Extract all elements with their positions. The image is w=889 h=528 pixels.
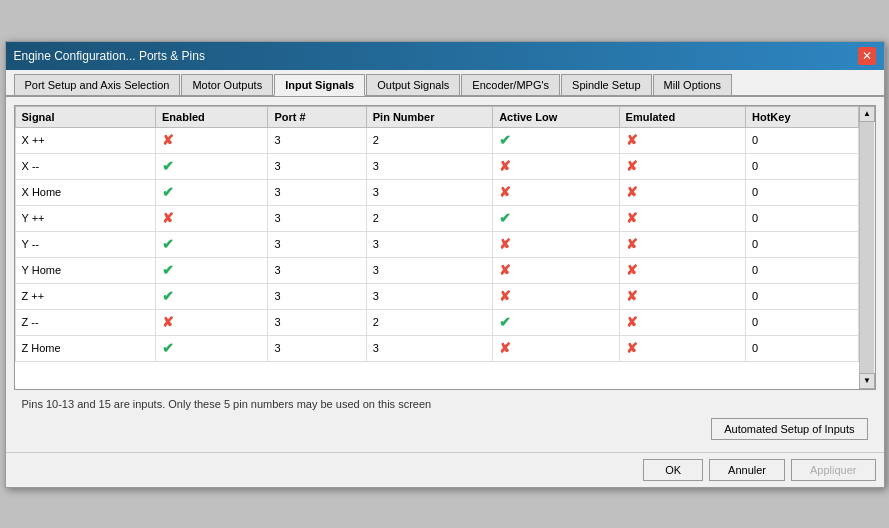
col-header-enabled: Enabled [156, 106, 268, 127]
cell-pin: 3 [366, 257, 492, 283]
col-header-pin: Pin Number [366, 106, 492, 127]
cell-pin: 3 [366, 153, 492, 179]
check-icon: ✔ [162, 158, 174, 174]
cell-signal: Z ++ [15, 283, 156, 309]
cell-emulated[interactable]: ✘ [619, 257, 745, 283]
table-row[interactable]: Z -- ✘ 3 2 ✔ ✘ 0 [15, 309, 858, 335]
cell-active-low[interactable]: ✘ [493, 179, 619, 205]
cell-enabled[interactable]: ✘ [156, 309, 268, 335]
cross-icon: ✘ [499, 288, 511, 304]
tab-mill-options[interactable]: Mill Options [653, 74, 732, 95]
cell-signal: Z Home [15, 335, 156, 361]
cell-active-low[interactable]: ✘ [493, 257, 619, 283]
cell-enabled[interactable]: ✔ [156, 335, 268, 361]
cell-port: 3 [268, 153, 366, 179]
table-row[interactable]: Y ++ ✘ 3 2 ✔ ✘ 0 [15, 205, 858, 231]
cross-icon: ✘ [499, 340, 511, 356]
window-title: Engine Configuration... Ports & Pins [14, 49, 205, 63]
cell-active-low[interactable]: ✔ [493, 127, 619, 153]
scroll-down-arrow[interactable]: ▼ [859, 373, 875, 389]
ok-button[interactable]: OK [643, 459, 703, 481]
table-row[interactable]: Y Home ✔ 3 3 ✘ ✘ 0 [15, 257, 858, 283]
cell-enabled[interactable]: ✔ [156, 153, 268, 179]
cell-active-low[interactable]: ✘ [493, 283, 619, 309]
cell-enabled[interactable]: ✔ [156, 179, 268, 205]
cell-signal: X -- [15, 153, 156, 179]
table-row[interactable]: X -- ✔ 3 3 ✘ ✘ 0 [15, 153, 858, 179]
cell-hotkey: 0 [746, 127, 858, 153]
cross-icon: ✘ [499, 262, 511, 278]
cell-emulated[interactable]: ✘ [619, 283, 745, 309]
title-bar: Engine Configuration... Ports & Pins ✕ [6, 42, 884, 70]
cell-pin: 3 [366, 335, 492, 361]
tab-output-signals[interactable]: Output Signals [366, 74, 460, 95]
cell-hotkey: 0 [746, 335, 858, 361]
cell-active-low[interactable]: ✘ [493, 231, 619, 257]
cell-enabled[interactable]: ✘ [156, 127, 268, 153]
cell-enabled[interactable]: ✔ [156, 283, 268, 309]
tab-spindle[interactable]: Spindle Setup [561, 74, 652, 95]
cell-emulated[interactable]: ✘ [619, 127, 745, 153]
scrollbar[interactable]: ▲ ▼ [859, 106, 875, 389]
cell-active-low[interactable]: ✔ [493, 309, 619, 335]
cross-icon: ✘ [499, 158, 511, 174]
cell-enabled[interactable]: ✔ [156, 231, 268, 257]
cell-enabled[interactable]: ✘ [156, 205, 268, 231]
col-header-emulated: Emulated [619, 106, 745, 127]
cell-enabled[interactable]: ✔ [156, 257, 268, 283]
table-row[interactable]: Y -- ✔ 3 3 ✘ ✘ 0 [15, 231, 858, 257]
cell-pin: 2 [366, 309, 492, 335]
cross-icon: ✘ [626, 262, 638, 278]
table-row[interactable]: X Home ✔ 3 3 ✘ ✘ 0 [15, 179, 858, 205]
tab-port-setup[interactable]: Port Setup and Axis Selection [14, 74, 181, 95]
cell-hotkey: 0 [746, 257, 858, 283]
cell-emulated[interactable]: ✘ [619, 309, 745, 335]
scroll-up-arrow[interactable]: ▲ [859, 106, 875, 122]
cell-emulated[interactable]: ✘ [619, 179, 745, 205]
note-text: Pins 10-13 and 15 are inputs. Only these… [14, 390, 876, 414]
check-icon: ✔ [499, 210, 511, 226]
tab-motor-outputs[interactable]: Motor Outputs [181, 74, 273, 95]
tab-encoder[interactable]: Encoder/MPG's [461, 74, 560, 95]
close-button[interactable]: ✕ [858, 47, 876, 65]
cell-emulated[interactable]: ✘ [619, 153, 745, 179]
cross-icon: ✘ [626, 210, 638, 226]
tab-input-signals[interactable]: Input Signals [274, 74, 365, 96]
apply-button[interactable]: Appliquer [791, 459, 875, 481]
cross-icon: ✘ [626, 132, 638, 148]
bottom-bar: Automated Setup of Inputs [14, 414, 876, 444]
cell-hotkey: 0 [746, 309, 858, 335]
table-row[interactable]: Z Home ✔ 3 3 ✘ ✘ 0 [15, 335, 858, 361]
cell-port: 3 [268, 205, 366, 231]
cross-icon: ✘ [626, 340, 638, 356]
cell-signal: X ++ [15, 127, 156, 153]
cell-active-low[interactable]: ✘ [493, 153, 619, 179]
cell-emulated[interactable]: ✘ [619, 205, 745, 231]
cell-pin: 3 [366, 283, 492, 309]
table-row[interactable]: X ++ ✘ 3 2 ✔ ✘ 0 [15, 127, 858, 153]
table-row[interactable]: Z ++ ✔ 3 3 ✘ ✘ 0 [15, 283, 858, 309]
cell-port: 3 [268, 283, 366, 309]
cell-hotkey: 0 [746, 153, 858, 179]
main-window: Engine Configuration... Ports & Pins ✕ P… [5, 41, 885, 488]
cell-hotkey: 0 [746, 231, 858, 257]
check-icon: ✔ [162, 262, 174, 278]
cell-active-low[interactable]: ✔ [493, 205, 619, 231]
cell-emulated[interactable]: ✘ [619, 335, 745, 361]
cell-hotkey: 0 [746, 283, 858, 309]
check-icon: ✔ [499, 132, 511, 148]
cross-icon: ✘ [626, 288, 638, 304]
cell-hotkey: 0 [746, 205, 858, 231]
cell-pin: 3 [366, 179, 492, 205]
cell-emulated[interactable]: ✘ [619, 231, 745, 257]
check-icon: ✔ [499, 314, 511, 330]
col-header-signal: Signal [15, 106, 156, 127]
cell-hotkey: 0 [746, 179, 858, 205]
cross-icon: ✘ [499, 184, 511, 200]
cell-active-low[interactable]: ✘ [493, 335, 619, 361]
cell-pin: 2 [366, 205, 492, 231]
cell-signal: X Home [15, 179, 156, 205]
scroll-track [860, 122, 874, 373]
auto-setup-button[interactable]: Automated Setup of Inputs [711, 418, 867, 440]
cancel-button[interactable]: Annuler [709, 459, 785, 481]
